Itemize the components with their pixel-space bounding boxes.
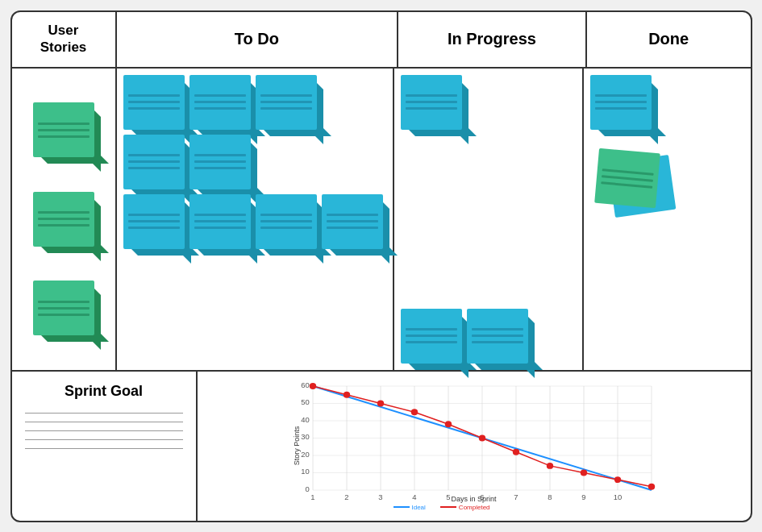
done-card-1[interactable] [590, 75, 652, 130]
sprint-goal-line-2 [25, 422, 183, 422]
todo-card-6[interactable] [123, 194, 185, 249]
bottom-section: Sprint Goal Story Points [12, 372, 751, 521]
svg-text:60: 60 [301, 381, 310, 389]
todo-card-1[interactable] [123, 75, 185, 130]
svg-text:10: 10 [613, 493, 622, 501]
svg-text:40: 40 [301, 416, 310, 424]
svg-text:5: 5 [446, 493, 450, 501]
todo-card-3[interactable] [256, 75, 317, 130]
header-inprogress: In Progress [398, 12, 587, 67]
user-stories-label: User Stories [40, 23, 87, 56]
done-label: Done [648, 30, 689, 48]
svg-text:20: 20 [301, 451, 310, 459]
chart-container: Story Points [289, 380, 660, 513]
legend-completed-label: Completed [459, 504, 490, 511]
legend-ideal-label: Ideal [412, 504, 426, 511]
inprogress-label: In Progress [448, 30, 536, 48]
todo-card-9[interactable] [322, 194, 383, 249]
svg-text:2: 2 [344, 493, 348, 501]
user-story-1[interactable] [33, 102, 94, 157]
inprogress-card-2[interactable] [401, 309, 462, 364]
todo-row-3 [123, 194, 386, 249]
chart-x-label: Days in Sprint [451, 495, 496, 503]
user-story-3[interactable] [33, 281, 94, 335]
sprint-goal-line-5 [25, 448, 183, 449]
chart-area: 60 50 40 30 20 10 0 1 2 3 4 5 6 [313, 386, 652, 490]
svg-text:8: 8 [548, 493, 552, 501]
col-todo [117, 69, 394, 370]
todo-card-2[interactable] [189, 75, 251, 130]
todo-label: To Do [235, 30, 279, 48]
legend-completed: Completed [440, 504, 490, 511]
sprint-goal-line-3 [25, 430, 183, 431]
burndown-chart: 60 50 40 30 20 10 0 1 2 3 4 5 6 [313, 386, 652, 490]
kanban-section: User Stories To Do In Progress Done [12, 12, 751, 372]
svg-text:7: 7 [514, 493, 518, 501]
todo-row-2 [123, 135, 386, 189]
todo-card-4[interactable] [123, 135, 185, 189]
chart-panel: Story Points [198, 372, 751, 521]
chart-legend: Ideal Completed [393, 504, 490, 511]
sprint-goal-title: Sprint Goal [25, 383, 183, 400]
sprint-goal-panel: Sprint Goal [12, 372, 198, 521]
legend-ideal: Ideal [393, 504, 426, 511]
sprint-goal-line-1 [25, 413, 183, 414]
svg-text:4: 4 [412, 493, 416, 501]
sprint-board: User Stories To Do In Progress Done [10, 10, 752, 522]
svg-text:30: 30 [301, 433, 310, 441]
svg-text:10: 10 [301, 468, 310, 476]
col-done [584, 69, 750, 370]
todo-card-8[interactable] [256, 194, 317, 249]
chart-y-label: Story Points [293, 426, 301, 466]
svg-text:0: 0 [305, 485, 309, 493]
user-story-2[interactable] [33, 192, 94, 247]
svg-text:50: 50 [301, 398, 310, 406]
headers-row: User Stories To Do In Progress Done [12, 12, 751, 69]
header-todo: To Do [117, 12, 399, 67]
inprogress-card-3[interactable] [467, 309, 528, 364]
inprogress-row-2 [401, 309, 576, 364]
inprogress-card-1[interactable] [401, 75, 462, 130]
todo-row-1 [123, 75, 386, 130]
todo-card-7[interactable] [189, 194, 251, 249]
col-user-stories [12, 69, 117, 370]
svg-text:3: 3 [378, 493, 382, 501]
header-user-stories: User Stories [12, 12, 117, 67]
inprogress-row-1 [401, 75, 576, 130]
svg-text:9: 9 [581, 493, 585, 501]
sprint-goal-line-4 [25, 439, 183, 440]
svg-text:1: 1 [310, 493, 314, 501]
content-area [12, 69, 751, 370]
done-tilted-front [594, 148, 660, 207]
todo-card-5[interactable] [189, 135, 251, 189]
header-done: Done [587, 12, 751, 67]
col-inprogress [394, 69, 584, 370]
done-tilted-stack[interactable] [597, 151, 677, 219]
